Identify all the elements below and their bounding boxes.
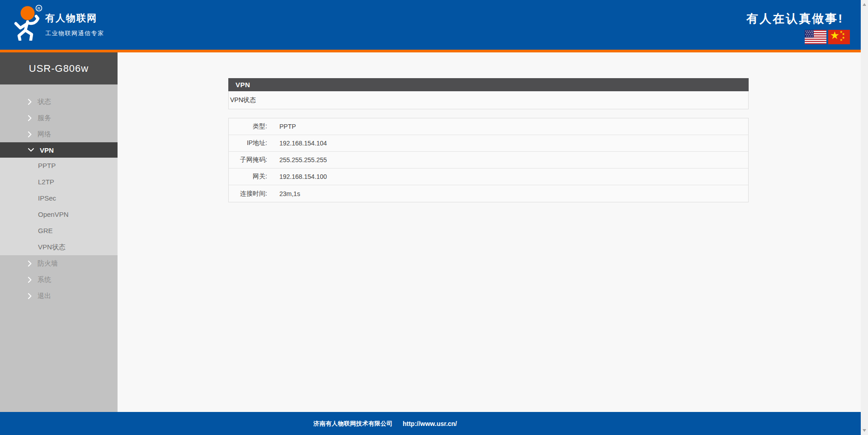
row-label: 子网掩码: xyxy=(229,156,267,164)
row-value: 255.255.255.255 xyxy=(279,156,327,164)
row-value: 192.168.154.104 xyxy=(279,140,327,147)
sidebar-subitem-l2tp[interactable]: L2TP xyxy=(0,174,118,190)
vertical-scrollbar[interactable] xyxy=(861,0,868,435)
chevron-right-icon xyxy=(28,115,32,121)
table-row: IP地址: 192.168.154.104 xyxy=(229,135,748,152)
brand-title: 有人物联网 xyxy=(45,12,104,24)
sidebar-item-label: 防火墙 xyxy=(38,259,58,268)
scroll-down-button[interactable] xyxy=(863,429,866,432)
us-flag-icon[interactable] xyxy=(805,30,826,44)
chevron-down-icon xyxy=(28,148,34,152)
row-label: 网关: xyxy=(229,173,267,181)
page-footer: 济南有人物联网技术有限公司 http://www.usr.cn/ xyxy=(0,412,861,435)
table-row: 网关: 192.168.154.100 xyxy=(229,168,748,185)
sidebar-item-system[interactable]: 系统 xyxy=(0,271,118,288)
sidebar-subitem-vpn-status[interactable]: VPN状态 xyxy=(0,239,118,255)
sidebar-menu: 状态 服务 网络 VPN PPTP L2TP IPSec OpenVPN GR xyxy=(0,84,118,304)
header-slogan: 有人在认真做事! xyxy=(746,11,844,27)
sidebar-item-services[interactable]: 服务 xyxy=(0,110,118,126)
chevron-right-icon xyxy=(28,261,32,267)
language-flags xyxy=(805,30,850,44)
vpn-status-panel: VPN VPN状态 类型: PPTP IP地址: 192.168.154.104… xyxy=(228,78,749,202)
table-row: 子网掩码: 255.255.255.255 xyxy=(229,152,748,168)
vpn-submenu: PPTP L2TP IPSec OpenVPN GRE VPN状态 xyxy=(0,158,118,255)
scroll-up-button[interactable] xyxy=(863,3,866,6)
panel-title: VPN xyxy=(228,78,749,91)
sidebar-item-label: 退出 xyxy=(38,292,51,300)
chevron-right-icon xyxy=(28,131,32,137)
chevron-right-icon xyxy=(28,293,32,299)
sidebar: USR-G806w 状态 服务 网络 VPN PP xyxy=(0,52,118,412)
row-value: PPTP xyxy=(279,123,296,130)
top-header: R 有人物联网 工业物联网通信专家 有人在认真做事! xyxy=(0,0,861,50)
brand-subtitle: 工业物联网通信专家 xyxy=(45,29,104,37)
footer-url-link[interactable]: http://www.usr.cn/ xyxy=(403,420,457,427)
footer-company: 济南有人物联网技术有限公司 xyxy=(313,420,393,428)
registered-mark: R xyxy=(38,6,41,11)
sidebar-item-label: VPN xyxy=(40,146,54,154)
sidebar-item-label: 状态 xyxy=(38,98,51,106)
sidebar-item-firewall[interactable]: 防火墙 xyxy=(0,255,118,271)
row-label: IP地址: xyxy=(229,139,267,147)
main-content: VPN VPN状态 类型: PPTP IP地址: 192.168.154.104… xyxy=(118,52,861,412)
chevron-right-icon xyxy=(28,99,32,105)
sidebar-item-label: 网络 xyxy=(38,130,51,139)
sidebar-item-label: 系统 xyxy=(38,276,51,284)
sidebar-item-vpn[interactable]: VPN xyxy=(0,142,118,158)
row-value: 192.168.154.100 xyxy=(279,173,327,180)
table-row: 连接时间: 23m,1s xyxy=(229,185,748,202)
sidebar-subitem-gre[interactable]: GRE xyxy=(0,223,118,239)
sidebar-subitem-openvpn[interactable]: OpenVPN xyxy=(0,206,118,223)
chevron-right-icon xyxy=(28,277,32,283)
section-title: VPN状态 xyxy=(228,91,749,109)
vpn-status-table: 类型: PPTP IP地址: 192.168.154.104 子网掩码: 255… xyxy=(228,118,749,202)
sidebar-item-network[interactable]: 网络 xyxy=(0,126,118,142)
usr-logo-icon: R xyxy=(9,4,44,42)
sidebar-item-status[interactable]: 状态 xyxy=(0,94,118,110)
sidebar-subitem-pptp[interactable]: PPTP xyxy=(0,158,118,174)
sidebar-item-logout[interactable]: 退出 xyxy=(0,288,118,304)
row-label: 连接时间: xyxy=(229,190,267,198)
sidebar-subitem-ipsec[interactable]: IPSec xyxy=(0,190,118,206)
row-label: 类型: xyxy=(229,122,267,131)
brand-block: 有人物联网 工业物联网通信专家 xyxy=(45,12,104,37)
device-title: USR-G806w xyxy=(0,52,118,84)
sidebar-item-label: 服务 xyxy=(38,114,51,122)
row-value: 23m,1s xyxy=(279,190,300,197)
table-row: 类型: PPTP xyxy=(229,118,748,135)
cn-flag-icon[interactable] xyxy=(828,30,850,44)
running-person-icon: R xyxy=(9,4,44,41)
